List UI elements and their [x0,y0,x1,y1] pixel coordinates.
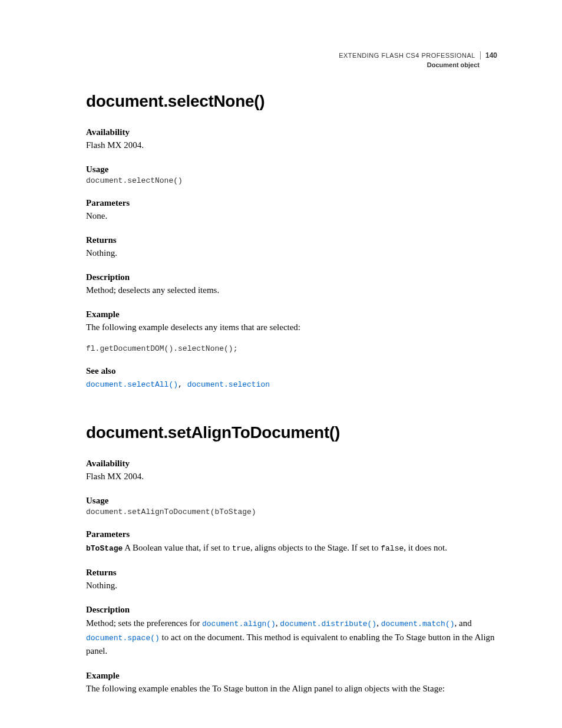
returns-label: Returns [86,568,497,578]
seealso-links: document.selectAll(), document.selection [86,378,497,390]
usage-code: document.setAlignToDocument(bToStage) [86,508,497,516]
literal-false: false [381,544,404,553]
link-selectall[interactable]: document.selectAll() [86,380,178,389]
usage-label: Usage [86,164,497,174]
parameters-label: Parameters [86,198,497,208]
link-document-align[interactable]: document.align() [202,620,276,628]
availability-text: Flash MX 2004. [86,139,497,151]
example-text: The following example enables the To Sta… [86,683,497,695]
parameters-text: None. [86,210,497,222]
returns-label: Returns [86,235,497,245]
parameter-description: bToStage A Boolean value that, if set to… [86,541,497,555]
returns-text: Nothing. [86,247,497,259]
availability-text: Flash MX 2004. [86,470,497,483]
link-document-space[interactable]: document.space() [86,634,160,643]
header-section: Document object [339,61,497,68]
availability-label: Availability [86,459,497,469]
example-label: Example [86,309,497,319]
link-selection[interactable]: document.selection [187,380,270,389]
method-heading-setaligntodocument: document.setAlignToDocument() [86,423,497,442]
seealso-label: See also [86,366,497,376]
description-label: Description [86,605,497,615]
description-text: Method; deselects any selected items. [86,284,497,297]
description-label: Description [86,272,497,282]
example-text: The following example deselects any item… [86,321,497,334]
returns-text: Nothing. [86,579,497,592]
availability-label: Availability [86,127,497,137]
usage-code: document.selectNone() [86,176,497,185]
param-name-btostage: bToStage [86,544,123,553]
literal-true: true [232,544,250,553]
description-text: Method; sets the preferences for documen… [86,617,497,658]
parameters-label: Parameters [86,529,497,539]
page-header: EXTENDING FLASH CS4 PROFESSIONAL 140 Doc… [339,51,497,68]
usage-label: Usage [86,496,497,506]
header-title: EXTENDING FLASH CS4 PROFESSIONAL [339,51,481,60]
method-heading-selectnone: document.selectNone() [86,92,497,111]
header-page-number: 140 [481,51,497,60]
example-code: fl.getDocumentDOM().selectNone(); [86,344,497,353]
link-document-match[interactable]: document.match() [381,620,455,628]
example-label: Example [86,671,497,681]
link-document-distribute[interactable]: document.distribute() [280,620,376,628]
